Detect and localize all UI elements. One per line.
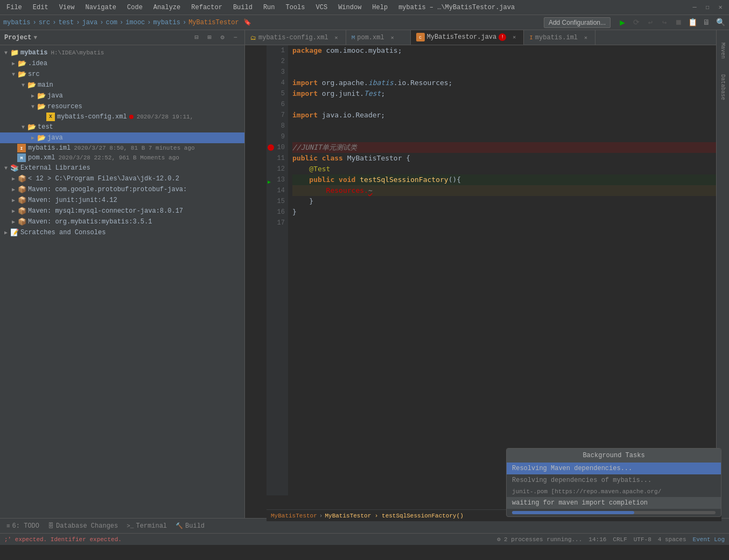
tab-terminal[interactable]: >_ Terminal [122, 521, 171, 531]
code-lines[interactable]: package com.imooc.mybatis; import org.ap… [288, 45, 716, 495]
bc-src[interactable]: src [39, 19, 51, 26]
tree-item-main[interactable]: ▼ 📂 main [0, 80, 244, 90]
tree-item-java-main[interactable]: ▶ 📂 java [0, 90, 244, 101]
tab-close-mybatistestor[interactable]: ✕ [510, 33, 518, 41]
tab-mybatis-iml[interactable]: I mybatis.iml ✕ [524, 30, 595, 45]
tab-close-pom[interactable]: ✕ [389, 34, 396, 41]
step-over-button[interactable]: ↩ [645, 17, 656, 28]
tab-mybatistestor[interactable]: C MyBatisTestor.java ! ✕ [411, 30, 524, 45]
bc-test[interactable]: test [58, 19, 74, 26]
close-panel-icon[interactable]: − [230, 33, 240, 43]
tree-item-src[interactable]: ▼ 📂 src [0, 69, 244, 80]
expand-jdk-icon[interactable]: ▶ [10, 176, 17, 182]
menu-navigate[interactable]: Navigate [83, 3, 118, 12]
menu-analyze[interactable]: Analyze [151, 3, 183, 12]
bookmark-icon[interactable]: 🔖 [243, 18, 251, 26]
search-everywhere-button[interactable]: 🔍 [715, 17, 726, 28]
tree-item-test[interactable]: ▼ 📂 test [0, 122, 244, 132]
expand-protobuf-icon[interactable]: ▶ [10, 186, 17, 193]
expand-idea-icon[interactable]: ▶ [10, 60, 17, 67]
tree-item-mybatis-lib[interactable]: ▶ 📦 Maven: org.mybatis:mybatis:3.5.1 [0, 216, 244, 227]
menu-bar[interactable]: File Edit View Navigate Code Analyze Ref… [4, 3, 390, 12]
tab-pom[interactable]: M pom.xml ✕ [346, 30, 411, 45]
run-button[interactable]: ▶ [617, 17, 628, 28]
tree-item-scratches[interactable]: ▶ 📝 Scratches and Consoles [0, 227, 244, 238]
tree-label-protobuf: Maven: com.google.protobuf:protobuf-java… [27, 186, 187, 193]
resources-folder-icon: 📂 [37, 102, 46, 111]
menu-code[interactable]: Code [125, 3, 145, 12]
event-log-button[interactable]: Event Log [693, 536, 725, 543]
tree-item-jdk[interactable]: ▶ 📦 < 12 > C:\Program Files\Java\jdk-12.… [0, 173, 244, 184]
profiler-button[interactable]: 🖥 [701, 17, 712, 28]
tree-item-idea[interactable]: ▶ 📂 .idea [0, 58, 244, 69]
expand-all-icon[interactable]: ⊞ [205, 33, 214, 43]
tree-item-resources[interactable]: ▼ 📂 resources [0, 101, 244, 112]
menu-help[interactable]: Help [370, 3, 390, 12]
bc-com[interactable]: com [106, 19, 117, 26]
settings-icon[interactable]: ⚙ [218, 33, 227, 43]
maximize-button[interactable]: ☐ [703, 3, 712, 12]
mysql-icon: 📦 [17, 206, 27, 216]
expand-main-icon[interactable]: ▼ [19, 82, 27, 88]
bc-class[interactable]: MyBatisTestor [188, 19, 239, 26]
tree-item-mysql[interactable]: ▶ 📦 Maven: mysql:mysql-connector-java:8.… [0, 206, 244, 216]
minimize-button[interactable]: — [690, 3, 699, 12]
expand-mybatis-lib-icon[interactable]: ▶ [10, 219, 17, 225]
step-into-button[interactable]: ↪ [659, 17, 670, 28]
menu-edit[interactable]: Edit [31, 3, 51, 12]
tree-label-test: test [37, 123, 53, 131]
menu-window[interactable]: Window [336, 3, 363, 12]
tree-label-mybatis-config: mybatis-config.xml [56, 113, 127, 121]
tree-item-mybatis-config[interactable]: X mybatis-config.xml 2020/3/28 19:11, [0, 112, 244, 122]
resume-button[interactable]: ⟳ [631, 17, 642, 28]
menu-run[interactable]: Run [261, 3, 277, 12]
window-controls[interactable]: — ☐ ✕ [690, 3, 725, 12]
tree-item-ext-libs[interactable]: ▼ 📚 External Libraries [0, 163, 244, 173]
panel-dropdown-icon[interactable]: ▼ [33, 34, 37, 41]
tree-item-junit[interactable]: ▶ 📦 Maven: junit:junit:4.12 [0, 195, 244, 206]
expand-scratches-icon[interactable]: ▶ [2, 229, 10, 236]
menu-build[interactable]: Build [231, 3, 255, 12]
expand-ext-libs-icon[interactable]: ▼ [2, 165, 10, 171]
bc-mybatis2[interactable]: mybatis [153, 19, 180, 26]
ln7: 7 [267, 110, 285, 121]
menu-vcs[interactable]: VCS [314, 3, 330, 12]
tree-item-java-test[interactable]: ▶ 📂 java [0, 132, 244, 143]
menu-tools[interactable]: Tools [284, 3, 307, 12]
expand-src-icon[interactable]: ▼ [10, 72, 17, 78]
collapse-all-icon[interactable]: ⊟ [192, 33, 201, 43]
close-button[interactable]: ✕ [716, 3, 725, 12]
tab-todo[interactable]: ≡ 6: TODO [2, 521, 44, 531]
database-panel-button[interactable]: Database [718, 71, 728, 103]
expand-java-main-icon[interactable]: ▶ [29, 93, 37, 99]
stop-button[interactable]: ⏹ [673, 17, 684, 28]
expand-mybatis-icon[interactable]: ▼ [2, 50, 10, 56]
expand-resources-icon[interactable]: ▼ [29, 104, 37, 110]
tab-mybatis-config[interactable]: 🗂 mybatis-config.xml ✕ [245, 30, 346, 45]
tree-item-mybatis[interactable]: ▼ 📁 mybatis H:\IDEA\mybatis [0, 47, 244, 58]
menu-refactor[interactable]: Refactor [189, 3, 225, 12]
tab-close-mybatis-iml[interactable]: ✕ [582, 34, 590, 41]
bc-java[interactable]: java [82, 19, 97, 26]
tree-item-mybatis-iml[interactable]: I mybatis.iml 2020/3/27 8:50, 81 B 7 min… [0, 143, 244, 153]
expand-java-test-icon[interactable]: ▶ [29, 135, 37, 141]
ln3: 3 [267, 67, 285, 78]
tab-close-mybatis-config[interactable]: ✕ [333, 34, 340, 41]
tree-label-pom: pom.xml [27, 154, 55, 162]
expand-junit-icon[interactable]: ▶ [10, 197, 17, 204]
expand-test-icon[interactable]: ▼ [19, 124, 27, 130]
tree-item-pom[interactable]: M pom.xml 2020/3/28 22:52, 961 B Moments… [0, 153, 244, 163]
bc-mybatis[interactable]: mybatis [3, 19, 30, 26]
tree-item-protobuf[interactable]: ▶ 📦 Maven: com.google.protobuf:protobuf-… [0, 184, 244, 195]
tab-database-changes[interactable]: 🗄 Database Changes [44, 521, 122, 531]
menu-view[interactable]: View [57, 3, 77, 12]
coverage-button[interactable]: 📋 [687, 17, 698, 28]
bc-imooc[interactable]: imooc [125, 19, 145, 26]
run-arrow-13: ▶ [268, 177, 271, 188]
expand-mysql-icon[interactable]: ▶ [10, 208, 17, 214]
menu-file[interactable]: File [4, 3, 24, 12]
maven-panel-button[interactable]: Maven [718, 34, 728, 67]
tab-build[interactable]: 🔨 Build [171, 521, 209, 531]
tab-label-mybatis-iml: mybatis.iml [535, 34, 578, 41]
add-configuration-button[interactable]: Add Configuration... [544, 17, 611, 28]
